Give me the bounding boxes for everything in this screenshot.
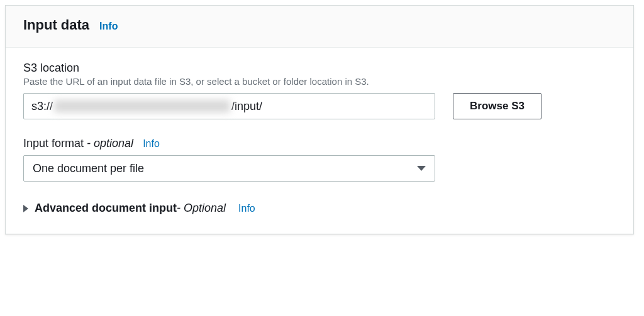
panel-body: S3 location Paste the URL of an input da…	[6, 48, 633, 234]
s3-url-prefix: s3://	[31, 100, 53, 113]
input-data-panel: Input data Info S3 location Paste the UR…	[5, 5, 634, 234]
input-format-field: Input format - optional Info One documen…	[23, 137, 616, 182]
chevron-right-icon	[23, 205, 28, 212]
input-format-label: Input format - optional Info	[23, 137, 616, 150]
advanced-label-optional: - Optional	[177, 202, 226, 214]
s3-redacted-bucket	[54, 100, 230, 112]
s3-location-input[interactable]: s3:// /input/	[23, 93, 435, 119]
chevron-down-icon	[417, 166, 426, 171]
s3-location-field: S3 location Paste the URL of an input da…	[23, 62, 616, 119]
advanced-label-text: Advanced document input	[35, 202, 177, 214]
advanced-document-input-toggle[interactable]: Advanced document input- Optional Info	[23, 202, 616, 215]
header-info-link[interactable]: Info	[99, 21, 118, 32]
input-format-optional: - optional	[84, 137, 133, 150]
advanced-info-link[interactable]: Info	[238, 203, 255, 214]
s3-location-description: Paste the URL of an input data file in S…	[23, 76, 616, 87]
input-format-selected-value: One document per file	[33, 162, 144, 175]
advanced-document-input-label: Advanced document input- Optional	[35, 202, 226, 215]
input-format-label-text: Input format	[23, 137, 84, 150]
panel-header: Input data Info	[6, 6, 633, 48]
s3-url-suffix: /input/	[231, 100, 262, 113]
input-format-info-link[interactable]: Info	[143, 138, 160, 149]
input-format-select-wrap: One document per file	[23, 155, 435, 182]
browse-s3-button[interactable]: Browse S3	[453, 93, 541, 119]
panel-title: Input data	[23, 17, 89, 33]
s3-row: s3:// /input/ Browse S3	[23, 93, 616, 119]
s3-location-label: S3 location	[23, 62, 616, 75]
input-format-select[interactable]: One document per file	[23, 155, 435, 182]
